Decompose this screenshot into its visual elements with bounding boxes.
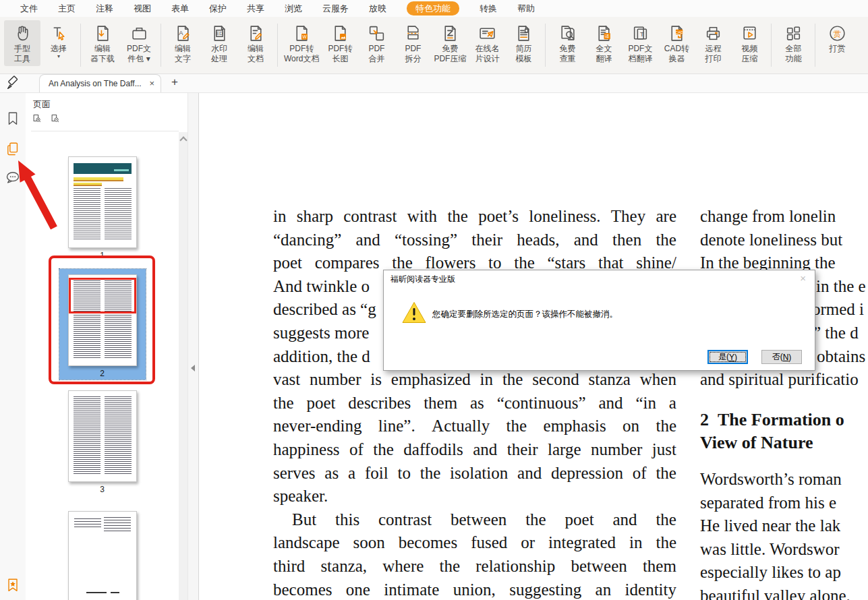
menu-bar: 文件主页注释视图表单保护共享浏览云服务放映特色功能转换帮助 [0,0,868,17]
thumbnail-page-number: 2 [100,369,105,378]
edit-document-button[interactable]: 编辑文档 [237,20,274,66]
pdf-merge-icon [368,22,386,44]
toolbar-item-label: CAD转换器 [664,44,689,64]
menu-convert[interactable]: 转换 [480,2,497,15]
rail-favorites-icon[interactable] [5,577,21,593]
dropdown-caret-icon: ▾ [57,54,60,59]
online-card-design-button[interactable]: 在线名片设计 [469,20,505,66]
page-thumbnail-4[interactable] [68,511,137,600]
menu-browse[interactable]: 浏览 [285,2,302,15]
pdf-merge-button[interactable]: PDF合并 [358,20,395,66]
document-text-line: Butthiscontrastbetweenthepoetandthe [273,510,676,534]
svg-text:T: T [640,30,644,37]
watermark-button[interactable]: ED水印处理 [201,20,237,66]
enlarge-thumbnails-icon[interactable] [32,113,44,127]
thumbnail-list: 1234 [26,131,179,600]
video-compress-button[interactable]: 视频压缩 [731,20,768,66]
rail-pages-icon[interactable] [5,141,21,157]
menu-help[interactable]: 帮助 [517,2,535,15]
cad-converter-button[interactable]: CADCAD转换器 [658,20,695,66]
toolbar-item-label: 全部功能 [785,44,801,64]
menu-protect[interactable]: 保护 [209,2,227,15]
toolbar-group: 赏打赏 [819,20,855,56]
menu-view[interactable]: 视图 [134,2,151,15]
thumb-ref-lines [104,517,131,532]
document-text-line: change from lonelin [700,207,836,226]
page-thumbnail-2[interactable] [68,274,137,366]
panel-scrollbar[interactable] [179,132,188,600]
pdf-split-icon [404,22,422,44]
warning-icon [402,301,426,324]
toolbar: 手型工具选择▾编辑器下载PDF文件包 ▾A编辑文字ED水印处理编辑文档WPDF转… [0,17,868,74]
resume-template-button[interactable]: 简历模板 [505,20,542,66]
document-text-line: denote loneliness but [700,231,842,249]
dialog-close-icon[interactable]: × [800,272,806,284]
rail-comments-icon[interactable] [5,170,21,186]
pages-panel: 页面 1234 [26,93,199,600]
pdf-portfolio-button[interactable]: PDF文件包 ▾ [121,20,157,66]
panel-title: 页面 [33,98,51,111]
toolbar-item-label: 选择 [51,44,67,54]
pdf-to-word-button[interactable]: WPDF转Word文档 [281,20,322,66]
rail-bookmarks-icon[interactable] [5,111,21,127]
menu-cloud-service[interactable]: 云服务 [322,2,349,15]
document-text-line: was little. Wordswor [700,540,840,559]
full-text-translate-button[interactable]: 译全文翻译 [585,20,622,66]
pdf-doc-translate-icon: T [631,22,649,44]
reward-button[interactable]: 赏打赏 [819,20,855,56]
menu-slideshow[interactable]: 放映 [369,2,386,15]
document-text-fragment: in the e [816,277,866,296]
scroll-up-icon[interactable] [181,136,186,140]
panel-collapse-strip[interactable] [187,93,199,600]
toolbar-item-label: PDF转Word文档 [284,44,319,64]
toolbar-group: A编辑文字ED水印处理编辑文档 [165,20,274,66]
thumb-footer-line [86,592,107,593]
toolbar-item-label: 水印处理 [211,44,227,64]
pencil-tool-icon[interactable] [5,75,21,91]
selected-thumbnail-wrap[interactable]: 2 [59,269,146,380]
pdf-to-long-image-button[interactable]: PDF转长图 [322,20,358,66]
all-features-button[interactable]: 全部功能 [775,20,811,66]
free-plagiarism-check-button[interactable]: 免费查重 [549,20,585,66]
pdf-doc-translate-button[interactable]: TPDF文档翻译 [622,20,658,66]
hand-tool-button[interactable]: 手型工具 [4,20,40,66]
current-view-indicator [69,278,136,313]
editor-download-button[interactable]: 编辑器下载 [84,20,121,66]
free-pdf-compress-button[interactable]: 免费PDF压缩 [431,20,469,66]
document-text-line: happinessofthedaffodilsandtheirlargenumb… [273,440,676,464]
menu-comment[interactable]: 注释 [96,2,113,15]
menu-share[interactable]: 共享 [247,2,264,15]
document-tab[interactable]: An Analysis on The Daff... × [39,74,161,92]
svg-text:A: A [179,29,183,36]
toolbar-divider [277,24,278,67]
toolbar-item-label: 手型工具 [14,44,30,64]
reduce-thumbnails-icon[interactable] [50,113,62,127]
dialog-message: 您确定要删除所选定的页面？该操作不能被撤消。 [432,309,618,320]
edit-text-button[interactable]: A编辑文字 [165,20,201,66]
menu-home[interactable]: 主页 [58,2,76,15]
new-tab-button[interactable]: + [171,76,178,89]
toolbar-item-label: PDF文档翻译 [628,44,652,64]
remote-print-button[interactable]: 远程打印 [695,20,731,66]
document-text-line: thirdstanza,wheretherelationshipbetweent… [273,557,676,580]
yes-button[interactable]: 是(Y) [707,350,748,364]
thumb-footer-line [111,592,119,593]
select-button[interactable]: 选择▾ [40,20,77,61]
pdf-split-button[interactable]: PDF拆分 [395,20,431,66]
menu-form[interactable]: 表单 [171,2,189,15]
svg-text:CAD: CAD [675,30,683,34]
page-thumbnail-1[interactable] [68,156,137,248]
toolbar-item-label: 打赏 [829,44,845,54]
menu-file[interactable]: 文件 [20,2,38,15]
no-button[interactable]: 否(N) [761,350,802,364]
document-text-line: never-endingline”.Actuallytheemphasisont… [273,417,676,440]
toolbar-item-label: PDF文件包 ▾ [127,44,151,64]
collapse-panel-icon[interactable] [191,365,195,371]
tab-close-icon[interactable]: × [149,80,154,88]
menu-special-features[interactable]: 特色功能 [407,1,459,16]
toolbar-divider [161,24,161,67]
page-thumbnail-3[interactable] [68,390,137,482]
document-text-line: becomesoneintimateunion,suggestinganiden… [273,580,676,600]
left-rail [0,93,26,600]
toolbar-item-label: 简历模板 [515,44,531,64]
